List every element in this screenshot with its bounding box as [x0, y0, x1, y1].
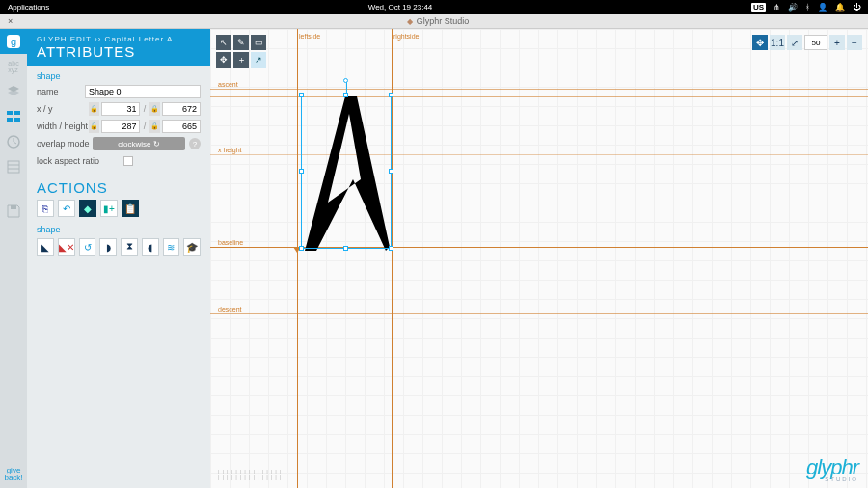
delete-shape-button[interactable]: ◣✕ [58, 238, 75, 256]
svg-rect-5 [14, 111, 20, 115]
canvas-tools-top-left: ↖ ✎ ▭ ✥ ＋ ↗ [216, 35, 266, 68]
w-lock-icon[interactable]: 🔒 [89, 120, 99, 133]
resize-handle-ml[interactable] [299, 169, 304, 174]
zoom-value[interactable]: 50 [804, 35, 827, 50]
svg-text:g: g [11, 36, 16, 47]
resize-handle-tr[interactable] [389, 93, 393, 97]
breadcrumb[interactable]: GLYPH EDIT ›› Capital Letter A [37, 35, 201, 43]
resize-handle-bm[interactable] [343, 246, 348, 251]
resize-handle-br[interactable] [389, 246, 393, 251]
undo-button[interactable]: ↶ [58, 200, 75, 217]
reverse-winding-button[interactable]: ↺ [79, 238, 96, 256]
rail-abc[interactable]: abcxyz [0, 54, 27, 79]
panel-title: ATTRIBUTES [37, 43, 201, 60]
ascent-guide [210, 89, 868, 90]
rail-layers[interactable] [0, 79, 27, 104]
leftside-label: leftside [299, 33, 320, 40]
x-lock-icon[interactable]: 🔒 [89, 102, 99, 116]
ascent-label: ascent [218, 81, 238, 88]
rightside-label: rightside [393, 33, 419, 40]
applications-menu[interactable]: Applications [8, 3, 49, 12]
bell-icon[interactable]: 🔔 [835, 3, 845, 12]
rail-settings[interactable] [0, 104, 27, 129]
name-label: name [37, 87, 85, 96]
layer-up-button[interactable]: ≋ [163, 238, 180, 256]
y-input[interactable] [162, 102, 201, 116]
x-input[interactable] [101, 102, 140, 116]
shape-section-heading: shape [27, 66, 210, 83]
rail-history[interactable] [0, 129, 27, 154]
descent-label: descent [218, 306, 242, 312]
rail-guides[interactable] [0, 154, 27, 179]
overlap-mode-button[interactable]: clockwise ↻ [93, 137, 185, 150]
descent-guide [210, 313, 868, 314]
align-left-button[interactable]: ◗ [99, 238, 117, 256]
canvas-tools-top-right: ✥ 1:1 ⤢ 50 + − [752, 35, 862, 50]
scale-ticks: |||||||||||||||||||||||||||||||| [218, 469, 288, 480]
h-lock-icon[interactable]: 🔒 [149, 120, 160, 133]
resize-handle-tm[interactable] [343, 93, 348, 97]
user-icon[interactable]: 👤 [818, 3, 827, 12]
zoom-out-button[interactable]: − [847, 35, 862, 50]
pointer-tool[interactable]: ↖ [216, 35, 231, 50]
os-datetime: Wed, Oct 19 23:44 [49, 3, 751, 12]
y-lock-icon[interactable]: 🔒 [149, 102, 160, 116]
panel-header: GLYPH EDIT ›› Capital Letter A ATTRIBUTE… [27, 29, 210, 66]
keyboard-layout-badge[interactable]: US [751, 3, 766, 12]
path-edit-tool[interactable]: ↗ [251, 52, 266, 68]
rightside-guide [392, 29, 393, 488]
svg-rect-9 [8, 161, 19, 173]
give-back-link[interactable]: giveback! [4, 467, 22, 488]
glyphr-logo: glyphr STUDIO [806, 455, 858, 482]
window-titlebar: × ◆Glyphr Studio [0, 14, 868, 29]
fit-view-button[interactable]: ✥ [752, 35, 768, 50]
wh-label: width / height [37, 122, 89, 131]
svg-rect-6 [7, 118, 13, 122]
shape-name-input[interactable] [85, 85, 201, 98]
rotate-handle[interactable] [343, 78, 348, 83]
svg-rect-4 [7, 111, 13, 115]
wifi-icon[interactable]: ⋔ [773, 3, 780, 12]
align-center-button[interactable]: ⧗ [121, 238, 138, 256]
bluetooth-icon[interactable]: ᚼ [805, 3, 810, 12]
glyph-canvas[interactable]: ascent x height baseline descent leftsid… [210, 29, 868, 488]
flip-h-button[interactable]: ◣ [37, 238, 54, 256]
lock-aspect-label: lock aspect ratio [37, 156, 123, 166]
paste-shape-button[interactable]: ◆ [79, 200, 96, 217]
rail-save[interactable] [0, 199, 27, 224]
copy-button[interactable]: ⎘ [37, 200, 54, 217]
lock-aspect-checkbox[interactable] [123, 156, 133, 166]
window-title: ◆Glyphr Studio [15, 16, 860, 26]
rect-tool[interactable]: ▭ [251, 35, 266, 50]
resize-handle-mr[interactable] [389, 169, 393, 174]
zoom-1to1-button[interactable]: 1:1 [770, 35, 785, 50]
window-close-button[interactable]: × [8, 16, 15, 26]
resize-handle-tl[interactable] [299, 93, 304, 97]
clipboard-button[interactable]: 📋 [122, 200, 139, 217]
overlap-help-icon[interactable]: ? [189, 138, 201, 149]
svg-rect-7 [14, 118, 20, 122]
power-icon[interactable]: ⏻ [853, 3, 860, 12]
zoom-fit-button[interactable]: ⤢ [787, 35, 802, 50]
add-shape-button[interactable]: ▮+ [100, 200, 118, 217]
attributes-panel: GLYPH EDIT ›› Capital Letter A ATTRIBUTE… [27, 29, 210, 488]
pen-tool[interactable]: ✎ [233, 35, 249, 50]
zoom-in-button[interactable]: + [829, 35, 845, 50]
selection-bounding-box[interactable] [301, 95, 392, 249]
overlap-label: overlap mode [37, 139, 93, 149]
os-top-bar: Applications Wed, Oct 19 23:44 US ⋔ 🔊 ᚼ … [0, 0, 868, 14]
actions-shape-heading: shape [27, 219, 210, 236]
leftside-guide [297, 29, 298, 488]
actions-heading: ACTIONS [27, 170, 210, 198]
pan-tool[interactable]: ✥ [216, 52, 231, 68]
width-input[interactable] [101, 120, 140, 133]
resize-handle-bl[interactable] [299, 246, 304, 251]
layer-down-button[interactable]: 🎓 [183, 238, 201, 256]
add-point-tool[interactable]: ＋ [233, 52, 249, 68]
xheight-label: x height [218, 147, 242, 153]
volume-icon[interactable]: 🔊 [788, 3, 798, 12]
height-input[interactable] [162, 120, 201, 133]
svg-rect-12 [11, 205, 16, 209]
rail-glyph-edit[interactable]: g [0, 29, 27, 54]
align-right-button[interactable]: ◖ [142, 238, 159, 256]
